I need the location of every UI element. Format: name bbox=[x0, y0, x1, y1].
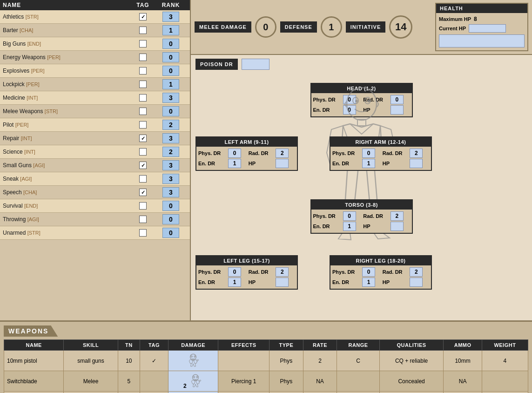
skill-checkbox[interactable] bbox=[131, 202, 155, 210]
poison-area: POISON DR bbox=[195, 59, 269, 70]
weapons-cell: Concealed bbox=[379, 371, 444, 392]
weapons-cell: Phys bbox=[269, 351, 303, 371]
weapons-cell: Phys bbox=[269, 371, 303, 392]
weapons-cell bbox=[118, 392, 140, 393]
weapons-col-header: EFFECTS bbox=[218, 340, 269, 351]
weapons-header-row: NAMESKILLTNTAGDAMAGEEFFECTSTYPERATERANGE… bbox=[4, 340, 528, 351]
melee-damage-label: MELEE DAMAGE bbox=[195, 21, 251, 33]
skill-checkbox[interactable] bbox=[131, 108, 155, 115]
left-arm-rad-dr: 2 bbox=[276, 149, 289, 158]
skill-checkbox[interactable]: ✓ bbox=[131, 189, 155, 196]
torso-hp[interactable] bbox=[391, 222, 404, 231]
health-notes[interactable] bbox=[439, 34, 525, 47]
torso-phys-dr: 0 bbox=[343, 211, 356, 221]
skill-checkbox[interactable] bbox=[131, 121, 155, 129]
vault-boy-svg bbox=[317, 83, 406, 269]
weapons-cell bbox=[482, 371, 528, 392]
right-leg-label: RIGHT LEG (18-20) bbox=[330, 256, 431, 265]
health-content: Maximum HP 8 Current HP bbox=[436, 13, 527, 50]
stats-bar: MELEE DAMAGE 0 DEFENSE 1 INITIATIVE 14 H… bbox=[191, 0, 532, 55]
skill-checkbox[interactable] bbox=[131, 148, 155, 156]
torso-rad-dr: 2 bbox=[391, 211, 404, 221]
skill-checkbox[interactable] bbox=[131, 67, 155, 75]
skill-row: Medicine [INT] 3 bbox=[0, 91, 190, 105]
skill-rank: 3 bbox=[155, 93, 187, 103]
skill-checkbox[interactable] bbox=[131, 27, 155, 34]
skill-tag: [END] bbox=[24, 203, 38, 209]
weapons-cell: NA bbox=[303, 371, 337, 392]
skill-rank: 0 bbox=[155, 39, 187, 49]
weapons-cell: 2 bbox=[168, 371, 218, 392]
skill-rank: 1 bbox=[155, 25, 187, 35]
skill-rank: 3 bbox=[155, 187, 187, 197]
weapons-col-header: TAG bbox=[140, 340, 168, 351]
skill-tag: [END] bbox=[27, 41, 41, 47]
health-panel: HEALTH Maximum HP 8 Current HP bbox=[435, 3, 528, 51]
weapons-cell: NA bbox=[444, 371, 482, 392]
left-leg-hp[interactable] bbox=[276, 278, 289, 287]
skill-rank: 2 bbox=[155, 147, 187, 157]
skill-tag: [PER] bbox=[15, 122, 29, 128]
weapons-col-header: DAMAGE bbox=[168, 340, 218, 351]
left-arm-en-dr: 1 bbox=[228, 159, 241, 168]
skills-name-header: NAME bbox=[3, 2, 131, 8]
skill-row: Pilot [PER] 2 bbox=[0, 118, 190, 132]
svg-point-17 bbox=[197, 377, 198, 378]
right-arm-panel: RIGHT ARM (12-14) Phys. DR 0 Rad. DR 2 E… bbox=[330, 136, 432, 171]
left-arm-hp[interactable] bbox=[276, 159, 289, 168]
skill-name: Medicine [INT] bbox=[3, 95, 131, 101]
skill-rank: 0 bbox=[155, 201, 187, 211]
skill-rank: 1 bbox=[155, 79, 187, 89]
skills-panel: NAME TAG RANK Athletics [STR] ✓ 3 Barter… bbox=[0, 0, 191, 320]
skill-rank: 3 bbox=[155, 133, 187, 143]
skill-rank: 0 bbox=[155, 106, 187, 116]
left-leg-en-dr: 1 bbox=[228, 278, 241, 287]
skill-row: Science [INT] 2 bbox=[0, 145, 190, 159]
weapons-cell bbox=[303, 392, 337, 393]
skill-rank: 0 bbox=[155, 214, 187, 224]
skill-name: Pilot [PER] bbox=[3, 122, 131, 128]
weapons-cell bbox=[168, 351, 218, 371]
skill-checkbox[interactable] bbox=[131, 229, 155, 237]
skill-row: Athletics [STR] ✓ 3 bbox=[0, 10, 190, 24]
skill-checkbox[interactable] bbox=[131, 54, 155, 61]
weapons-cell: C bbox=[337, 351, 379, 371]
skill-row: Repair [INT] ✓ 3 bbox=[0, 132, 190, 145]
svg-point-16 bbox=[194, 377, 195, 378]
weapons-cell bbox=[379, 392, 444, 393]
right-arm-en-dr: 1 bbox=[362, 159, 375, 168]
skill-checkbox[interactable]: ✓ bbox=[131, 135, 155, 142]
current-hp-input[interactable] bbox=[469, 24, 506, 33]
skill-tag: [PER] bbox=[47, 54, 61, 60]
skill-row: Small Guns [AGI] ✓ 3 bbox=[0, 159, 190, 172]
skill-checkbox[interactable] bbox=[131, 40, 155, 47]
skill-name: Speech [CHA] bbox=[3, 189, 131, 196]
skill-checkbox[interactable] bbox=[131, 175, 155, 183]
skill-checkbox[interactable] bbox=[131, 94, 155, 102]
right-arm-label: RIGHT ARM (12-14) bbox=[330, 137, 431, 147]
weapons-title: WEAPONS bbox=[4, 325, 58, 337]
skill-name: Survival [END] bbox=[3, 203, 131, 209]
skill-tag: [STR] bbox=[45, 108, 58, 114]
weapons-col-header: NAME bbox=[4, 340, 64, 351]
weapons-col-header: RATE bbox=[303, 340, 337, 351]
weapons-cell bbox=[218, 351, 269, 371]
weapons-cell bbox=[140, 392, 168, 393]
right-leg-hp[interactable] bbox=[410, 278, 423, 287]
weapons-row: SwitchbladeMelee52 Piercing 1PhysNAConce… bbox=[4, 371, 528, 392]
right-arm-hp[interactable] bbox=[410, 159, 423, 168]
skill-name: Repair [INT] bbox=[3, 135, 131, 142]
skill-checkbox[interactable]: ✓ bbox=[131, 162, 155, 169]
poison-input[interactable] bbox=[242, 59, 269, 70]
skill-row: Barter [CHA] 1 bbox=[0, 24, 190, 37]
skill-checkbox[interactable] bbox=[131, 81, 155, 88]
skills-list: Athletics [STR] ✓ 3 Barter [CHA] 1 Big G… bbox=[0, 10, 190, 240]
right-panel: MELEE DAMAGE 0 DEFENSE 1 INITIATIVE 14 H… bbox=[191, 0, 532, 320]
skill-checkbox[interactable] bbox=[131, 216, 155, 223]
weapons-cell bbox=[168, 392, 218, 393]
skill-name: Barter [CHA] bbox=[3, 27, 131, 34]
skill-checkbox[interactable]: ✓ bbox=[131, 13, 155, 20]
skill-name: Lockpick [PER] bbox=[3, 81, 131, 88]
skill-tag: [CHA] bbox=[20, 27, 33, 33]
skill-name: Unarmed [STR] bbox=[3, 230, 131, 236]
